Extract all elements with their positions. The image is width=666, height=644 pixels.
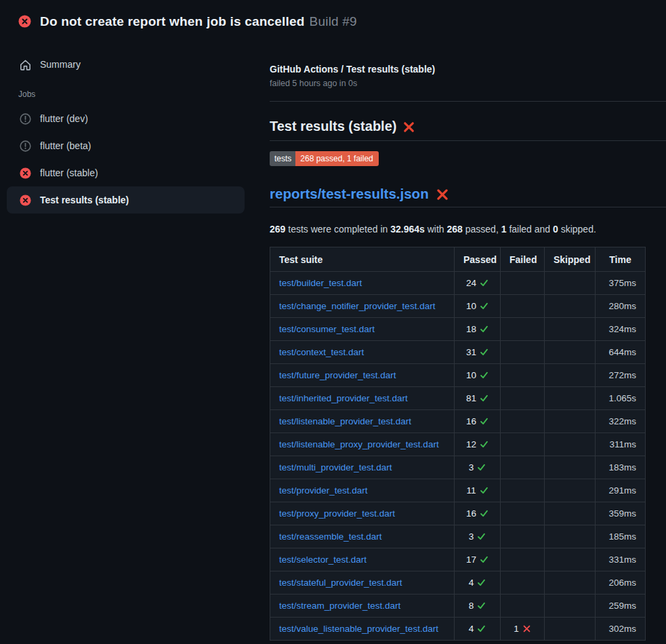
failed-cell: 1 (501, 618, 545, 641)
table-row: test/listenable_proxy_provider_test.dart… (270, 433, 646, 456)
test-suite-link[interactable]: test/selector_test.dart (279, 555, 367, 565)
passed-cell-count: 12 (466, 439, 476, 449)
page-title: Do not create report when job is cancell… (40, 14, 357, 29)
build-header: Do not create report when job is cancell… (0, 0, 666, 30)
time-cell: 1.065s (596, 387, 646, 410)
build-title-text: Do not create report when job is cancell… (40, 14, 305, 28)
build-number: Build #9 (310, 14, 357, 28)
sidebar-item-label: Test results (stable) (40, 195, 129, 205)
passed-cell: 81 (455, 387, 501, 410)
sidebar-item-label: flutter (beta) (40, 140, 91, 151)
test-suite-link[interactable]: test/stateful_provider_test.dart (279, 578, 402, 588)
failed-cell (501, 456, 545, 479)
test-suite-link[interactable]: test/provider_test.dart (279, 485, 368, 496)
column-header-test-suite: Test suite (270, 247, 455, 272)
time-cell: 183ms (596, 456, 646, 479)
table-row: test/multi_provider_test.dart3183ms (270, 456, 646, 479)
test-suite-cell: test/value_listenable_provider_test.dart (270, 618, 455, 641)
sidebar-item-test-results-stable[interactable]: Test results (stable) (7, 186, 245, 214)
passed-cell: 24 (455, 272, 501, 295)
sidebar-item-label: Summary (40, 59, 81, 70)
jobs-sidebar: Summary Jobs flutter (dev)flutter (beta)… (0, 30, 251, 214)
time-cell: 311ms (596, 433, 646, 456)
check-icon (476, 347, 488, 357)
skipped-cell (545, 433, 596, 456)
test-suite-cell: test/proxy_provider_test.dart (270, 502, 455, 525)
x-circle-icon (19, 195, 31, 206)
test-suite-cell: test/listenable_provider_test.dart (270, 410, 455, 433)
report-title: reports/test-results.json (270, 185, 666, 207)
check-icon (476, 439, 488, 449)
passed-cell-count: 24 (466, 278, 476, 288)
passed-cell-count: 10 (466, 301, 476, 311)
test-suite-link[interactable]: test/reassemble_test.dart (279, 531, 382, 542)
failed-cell (501, 341, 545, 364)
test-suite-cell: test/stream_provider_test.dart (270, 595, 455, 618)
sidebar-item-flutter-stable[interactable]: flutter (stable) (7, 159, 245, 186)
test-suite-cell: test/context_test.dart (270, 341, 455, 364)
test-suite-link[interactable]: test/multi_provider_test.dart (279, 462, 392, 472)
passed-cell: 17 (455, 548, 501, 571)
check-run-content: GitHub Actions / Test results (stable) f… (251, 30, 666, 641)
sidebar-item-flutter-beta[interactable]: flutter (beta) (7, 132, 245, 159)
column-header-passed: Passed (455, 247, 501, 272)
check-icon (476, 393, 488, 403)
check-icon (474, 601, 486, 611)
passed-cell: 16 (455, 410, 501, 433)
sidebar-item-label: flutter (dev) (40, 113, 88, 124)
check-icon (474, 462, 486, 472)
test-suite-cell: test/builder_test.dart (270, 272, 455, 295)
check-icon (476, 508, 488, 519)
check-icon (476, 278, 488, 288)
skipped-cell (545, 548, 596, 571)
failed-cell (501, 295, 545, 318)
table-row: test/proxy_provider_test.dart16359ms (270, 502, 646, 525)
test-suite-link[interactable]: test/listenable_provider_test.dart (279, 416, 411, 426)
failed-cell (501, 502, 545, 525)
time-cell: 322ms (596, 410, 646, 433)
sidebar-item-flutter-dev[interactable]: flutter (dev) (7, 105, 245, 132)
passed-cell: 8 (455, 595, 501, 618)
check-icon (474, 578, 486, 588)
time-cell: 259ms (596, 595, 646, 618)
column-header-skipped: Skipped (545, 247, 596, 272)
skipped-cell (545, 364, 596, 387)
test-suite-link[interactable]: test/consumer_test.dart (279, 324, 375, 334)
table-row: test/listenable_provider_test.dart16322m… (270, 410, 646, 433)
badge-label: tests (270, 151, 295, 166)
test-suite-link[interactable]: test/proxy_provider_test.dart (279, 508, 395, 519)
section-title: Test results (stable) (270, 118, 666, 141)
passed-cell-count: 10 (466, 370, 476, 380)
test-suite-link[interactable]: test/stream_provider_test.dart (279, 601, 400, 611)
stale-icon (19, 140, 31, 152)
test-suite-cell: test/future_provider_test.dart (270, 364, 455, 387)
test-suite-link[interactable]: test/inherited_provider_test.dart (279, 393, 408, 403)
table-row: test/future_provider_test.dart10272ms (270, 364, 646, 387)
failed-cell (501, 318, 545, 341)
failed-cell (501, 410, 545, 433)
failed-cell (501, 433, 545, 456)
skipped-cell (545, 456, 596, 479)
test-suite-cell: test/provider_test.dart (270, 479, 455, 502)
summary-text-fragment: failed and (507, 224, 554, 235)
summary-number: 0 (553, 224, 558, 235)
check-icon (476, 301, 488, 311)
table-row: test/change_notifier_provider_test.dart1… (270, 295, 646, 318)
test-suite-link[interactable]: test/context_test.dart (279, 347, 364, 357)
report-file-link[interactable]: reports/test-results.json (270, 185, 429, 202)
test-suite-link[interactable]: test/future_provider_test.dart (279, 370, 396, 380)
test-suite-link[interactable]: test/builder_test.dart (279, 278, 362, 288)
test-suite-link[interactable]: test/value_listenable_provider_test.dart (279, 624, 438, 634)
failed-cell-count: 1 (514, 624, 519, 634)
check-icon (476, 324, 488, 334)
passed-cell: 18 (455, 318, 501, 341)
check-run-header: GitHub Actions / Test results (stable) f… (270, 64, 666, 102)
test-suite-link[interactable]: test/listenable_proxy_provider_test.dart (279, 439, 439, 449)
passed-cell-count: 16 (466, 508, 476, 519)
summary-text-fragment: skipped. (558, 224, 596, 235)
time-cell: 206ms (596, 571, 646, 595)
x-circle-icon (18, 15, 31, 28)
passed-cell-count: 16 (466, 416, 476, 426)
test-suite-link[interactable]: test/change_notifier_provider_test.dart (279, 301, 435, 311)
sidebar-item-summary[interactable]: Summary (7, 51, 245, 78)
